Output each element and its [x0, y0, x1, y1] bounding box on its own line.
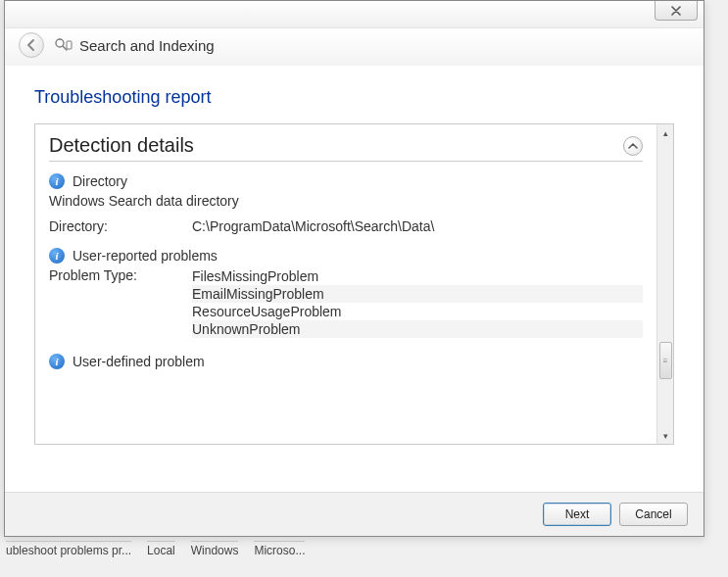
scroll-down-arrow[interactable]: ▾	[659, 429, 672, 442]
report-frame: Detection details i Directory Windows Se…	[34, 123, 674, 445]
bg-item: Microso...	[254, 541, 305, 557]
bg-item: ubleshoot problems pr...	[6, 541, 131, 557]
directory-kv: Directory: C:\ProgramData\Microsoft\Sear…	[49, 218, 643, 234]
problem-type-item: EmailMissingProblem	[192, 285, 643, 303]
problem-type-label: Problem Type:	[49, 267, 192, 338]
dialog-footer: Next Cancel	[5, 492, 704, 536]
report-title: Troubleshooting report	[34, 87, 674, 108]
problem-type-item: FilesMissingProblem	[192, 267, 643, 285]
cancel-button[interactable]: Cancel	[619, 503, 688, 526]
user-reported-heading: User-reported problems	[73, 248, 218, 264]
wizard-title: Search and Indexing	[79, 37, 215, 54]
detection-details-header[interactable]: Detection details	[49, 134, 643, 162]
detection-details-title: Detection details	[49, 134, 194, 157]
info-icon: i	[49, 173, 65, 189]
close-icon	[670, 6, 682, 16]
user-defined-heading: User-defined problem	[73, 354, 205, 369]
background-taskbar: ubleshoot problems pr... Local Windows M…	[0, 541, 305, 557]
user-defined-heading-row: i User-defined problem	[49, 354, 643, 369]
directory-label: Directory:	[49, 218, 192, 234]
next-button[interactable]: Next	[543, 503, 611, 526]
report-scroll-content: Detection details i Directory Windows Se…	[35, 124, 656, 444]
info-icon: i	[49, 354, 65, 369]
info-icon: i	[49, 248, 65, 264]
wizard-header: Search and Indexing	[5, 28, 704, 66]
chevron-up-icon	[628, 141, 638, 151]
bg-item: Windows	[191, 541, 239, 557]
collapse-button[interactable]	[623, 136, 643, 156]
user-reported-heading-row: i User-reported problems	[49, 248, 643, 264]
problem-type-block: Problem Type: FilesMissingProblem EmailM…	[49, 267, 643, 338]
problem-type-item: ResourceUsageProblem	[192, 303, 643, 320]
problem-type-item: UnknownProblem	[192, 320, 643, 338]
scroll-thumb[interactable]: ≡	[659, 342, 672, 379]
close-button[interactable]	[655, 1, 698, 21]
titlebar	[5, 1, 704, 28]
troubleshooter-dialog: Search and Indexing Troubleshooting repo…	[4, 0, 704, 537]
bg-item: Local	[147, 541, 175, 557]
svg-line-1	[63, 46, 67, 50]
wizard-title-group: Search and Indexing	[54, 37, 215, 54]
scroll-up-arrow[interactable]: ▴	[659, 126, 672, 139]
vertical-scrollbar[interactable]: ▴ ≡ ▾	[656, 124, 673, 444]
back-button[interactable]	[19, 32, 44, 58]
directory-heading-row: i Directory	[49, 173, 643, 189]
directory-heading: Directory	[73, 173, 127, 189]
problem-type-list: FilesMissingProblem EmailMissingProblem …	[192, 267, 643, 338]
directory-path: C:\ProgramData\Microsoft\Search\Data\	[192, 218, 643, 234]
back-arrow-icon	[24, 38, 38, 52]
directory-description: Windows Search data directory	[49, 193, 643, 209]
search-indexing-icon	[54, 37, 73, 53]
content-area: Troubleshooting report Detection details…	[5, 66, 704, 532]
svg-rect-2	[67, 41, 72, 49]
